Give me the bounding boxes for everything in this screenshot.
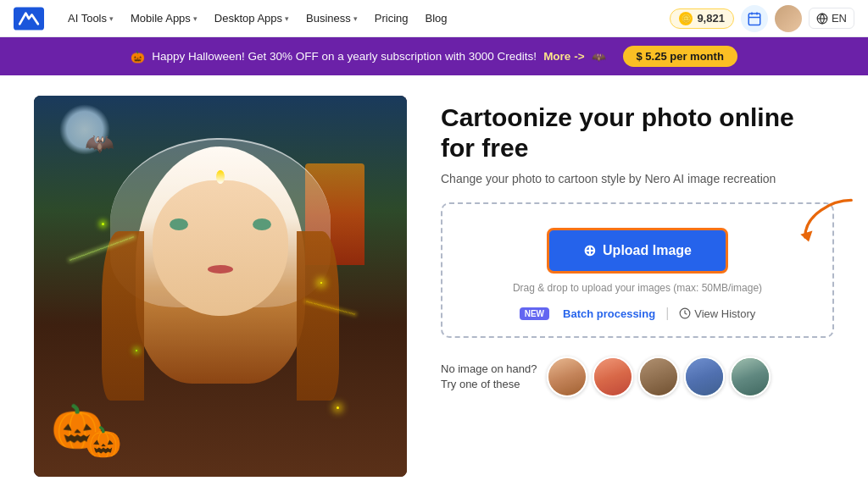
nav-right: 🪙 9,821 EN — [670, 5, 854, 32]
price-pill[interactable]: $ 5.25 per month — [623, 46, 737, 67]
upload-image-button[interactable]: ⊕ Upload Image — [547, 228, 728, 274]
promo-banner: 🎃 Happy Halloween! Get 30% OFF on a year… — [0, 37, 868, 75]
nav-item-blog[interactable]: Blog — [419, 8, 454, 28]
lang-selector[interactable]: EN — [809, 8, 854, 29]
chevron-down-icon: ▾ — [193, 14, 198, 23]
drag-hint: Drag & drop to upload your images (max: … — [463, 282, 812, 294]
globe-icon — [816, 13, 828, 25]
svg-rect-1 — [748, 14, 760, 25]
main-content: 🦇 🎃 🎃 — [0, 75, 868, 492]
chevron-down-icon: ▾ — [353, 14, 358, 23]
subtitle: Change your photo to cartoon style by Ne… — [441, 172, 834, 185]
nav-item-business[interactable]: Business ▾ — [299, 8, 364, 28]
separator: | — [665, 306, 669, 321]
sample-image-5[interactable] — [730, 357, 771, 397]
samples-row — [547, 357, 771, 397]
clock-icon — [679, 307, 691, 319]
right-panel: Cartoonize your photo online for free Ch… — [441, 96, 834, 397]
upload-area: ⊕ Upload Image Drag & drop to upload you… — [441, 202, 834, 338]
hero-image: 🦇 🎃 🎃 — [34, 96, 407, 477]
sample-image-3[interactable] — [638, 357, 679, 397]
promo-more-link[interactable]: More -> — [543, 50, 584, 63]
navbar: AI Tools ▾ Mobile Apps ▾ Desktop Apps ▾ … — [0, 0, 868, 37]
chevron-down-icon: ▾ — [109, 14, 114, 23]
nav-items: AI Tools ▾ Mobile Apps ▾ Desktop Apps ▾ … — [61, 8, 670, 28]
svg-point-8 — [680, 308, 690, 318]
coins-badge[interactable]: 🪙 9,821 — [670, 8, 734, 29]
samples-section: No image on hand?Try one of these — [441, 357, 834, 397]
sample-image-4[interactable] — [684, 357, 725, 397]
svg-marker-7 — [800, 230, 812, 241]
plus-circle-icon: ⊕ — [583, 241, 596, 260]
batch-processing-link[interactable]: Batch processing — [563, 307, 655, 320]
new-badge: NEW — [520, 307, 549, 320]
promo-icon: 🎃 — [131, 50, 145, 64]
samples-label: No image on hand?Try one of these — [441, 362, 537, 392]
sample-image-1[interactable] — [547, 357, 587, 397]
nav-item-mobile-apps[interactable]: Mobile Apps ▾ — [124, 8, 204, 28]
page-title: Cartoonize your photo online for free — [441, 102, 834, 163]
avatar[interactable] — [775, 5, 802, 32]
hero-image-placeholder: 🦇 🎃 🎃 — [34, 96, 407, 477]
nav-item-desktop-apps[interactable]: Desktop Apps ▾ — [208, 8, 296, 28]
calendar-icon-btn[interactable] — [741, 5, 768, 32]
chevron-down-icon: ▾ — [285, 14, 289, 23]
bottom-actions: NEW Batch processing | View History — [463, 306, 812, 321]
nav-item-pricing[interactable]: Pricing — [368, 8, 415, 28]
nav-item-ai-tools[interactable]: AI Tools ▾ — [61, 8, 120, 28]
logo[interactable] — [14, 7, 44, 30]
promo-text: Happy Halloween! Get 30% OFF on a yearly… — [152, 50, 537, 63]
view-history-link[interactable]: View History — [679, 307, 755, 320]
coin-icon: 🪙 — [679, 12, 693, 25]
arrow-indicator — [794, 196, 862, 246]
sample-image-2[interactable] — [593, 357, 633, 397]
bat-icon: 🦇 — [592, 50, 606, 64]
